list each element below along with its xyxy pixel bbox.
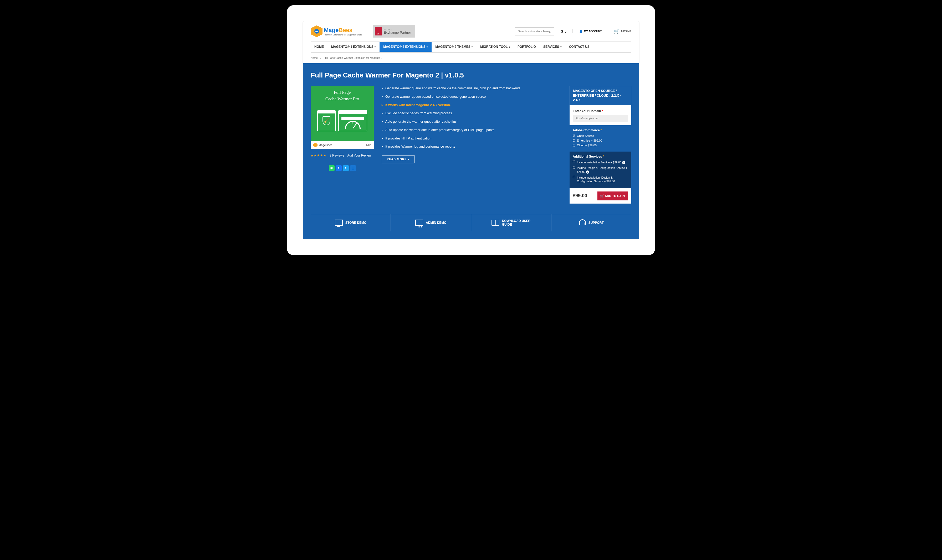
price: $99.00 <box>573 193 587 198</box>
cart-icon: 🛒 <box>600 194 604 198</box>
nav-services[interactable]: SERVICES ▾ <box>540 42 565 52</box>
services-title: Additional Services * <box>573 155 628 158</box>
adobe-icon: A <box>375 27 382 35</box>
search-icon[interactable]: ⌕ <box>549 29 552 34</box>
radio-open-source[interactable]: Open Source <box>573 134 628 137</box>
main-nav: HOME MAGENTO® 1 EXTENSIONS ▾ MAGENTO® 2 … <box>311 42 631 52</box>
chevron-down-icon: ▾ <box>471 46 473 48</box>
breadcrumb: Home ▸ Full Page Cache Warmer Extension … <box>303 52 639 63</box>
whatsapp-icon[interactable]: ✆ <box>329 165 335 171</box>
chevron-down-icon: ⌄ <box>564 29 567 33</box>
twitter-icon[interactable]: t <box>343 165 349 171</box>
partner-label: Exchange Partner <box>384 31 411 34</box>
chevron-down-icon: ▾ <box>374 46 376 48</box>
reviews-count[interactable]: 8 Reviews <box>330 154 344 157</box>
purchase-box: MAGENTO OPEN SOURCE / ENTERPRISE / CLOUD… <box>570 86 631 203</box>
radio-design-service[interactable]: Include Design & Configuration Service +… <box>573 166 628 174</box>
page-title: Full Page Cache Warmer For Magento 2 | v… <box>311 71 631 79</box>
product-img-brand: MageBees <box>319 143 333 146</box>
radio-icon <box>573 166 575 169</box>
m2-badge: M2 <box>366 143 371 147</box>
feature-item: Exclude specific pages from warming proc… <box>382 111 562 116</box>
logo[interactable]: MageBees Premium Extensions for Magento®… <box>311 26 362 37</box>
purchase-header: MAGENTO OPEN SOURCE / ENTERPRISE / CLOUD… <box>570 86 631 105</box>
search-input[interactable] <box>518 30 549 33</box>
logo-icon <box>311 26 322 37</box>
star-rating: ★★★★★ <box>311 154 327 157</box>
browser-icon: • • • <box>338 110 367 131</box>
nav-m2-themes[interactable]: MAGENTO® 2 THEMES ▾ <box>432 42 476 52</box>
product-img-title1: Full Page <box>311 86 374 96</box>
gauge-icon <box>345 121 361 129</box>
shield-icon: 🧹 <box>322 116 330 125</box>
chevron-down-icon: ▾ <box>426 46 428 48</box>
logo-tagline: Premium Extensions for Magento® Store <box>324 34 362 36</box>
chevron-down-icon: ▾ <box>508 46 510 48</box>
support-button[interactable]: SUPPORT <box>552 214 631 231</box>
feature-item: Auto update the warmer queue after produ… <box>382 128 562 133</box>
store-demo-button[interactable]: STORE DEMO <box>311 214 391 231</box>
radio-icon <box>573 144 575 146</box>
feature-item: Generate warmer queue based on selected … <box>382 94 562 99</box>
logo-text-mage: Mage <box>324 27 339 33</box>
window-icon: 🧹 <box>317 110 336 131</box>
radio-icon <box>573 134 575 137</box>
nav-m2-extensions[interactable]: MAGENTO® 2 EXTENSIONS ▾ <box>379 42 432 52</box>
share-icon[interactable]: ⋮ <box>350 165 356 171</box>
chevron-right-icon: ▸ <box>320 57 321 59</box>
add-review-link[interactable]: Add Your Review <box>347 154 371 157</box>
facebook-icon[interactable]: f <box>336 165 342 171</box>
chevron-down-icon: ▾ <box>560 46 562 48</box>
feature-item: Auto generate the warmer queue after cac… <box>382 119 562 124</box>
feature-item: It provides Warmer log and performance r… <box>382 144 562 149</box>
currency-selector[interactable]: $ ⌄ <box>561 29 573 33</box>
radio-icon <box>573 160 575 163</box>
product-img-title2: Cache Warmer Pro <box>311 96 374 102</box>
feature-list: Generate warmer queue and warm cache via… <box>382 86 562 149</box>
nav-portfolio[interactable]: PORTFOLIO <box>514 42 540 52</box>
breadcrumb-current: Full Page Cache Warmer Extension for Mag… <box>324 57 382 59</box>
breadcrumb-home[interactable]: Home <box>311 57 318 59</box>
magebees-icon <box>313 143 318 147</box>
my-account-link[interactable]: 👤 MY ACCOUNT <box>579 30 607 33</box>
nav-m1-extensions[interactable]: MAGENTO® 1 EXTENSIONS ▾ <box>327 42 379 52</box>
presentation-icon <box>415 220 423 226</box>
add-to-cart-button[interactable]: 🛒ADD TO CART <box>597 191 628 200</box>
radio-enterprise[interactable]: Enterprise + $99.00 <box>573 139 628 142</box>
radio-icon <box>573 176 575 178</box>
feature-item-highlight: It works with latest Magento 2.4.7 versi… <box>382 103 562 108</box>
nav-contact[interactable]: CONTACT US <box>565 42 593 52</box>
logo-text-bees: Bees <box>339 27 353 33</box>
admin-demo-button[interactable]: ADMIN DEMO <box>391 214 471 231</box>
radio-cloud[interactable]: Cloud + $99.00 <box>573 144 628 147</box>
nav-migration[interactable]: MIGRATION TOOL ▾ <box>476 42 514 52</box>
header: MageBees Premium Extensions for Magento®… <box>311 21 631 42</box>
cart-link[interactable]: 🛒 0 ITEMS <box>614 28 631 34</box>
account-label: MY ACCOUNT <box>584 30 601 33</box>
nav-home[interactable]: HOME <box>311 42 327 52</box>
domain-input[interactable] <box>573 115 628 122</box>
feature-item: Generate warmer queue and warm cache via… <box>382 86 562 91</box>
commerce-title: Adobe Commerce * <box>573 128 628 132</box>
headset-icon <box>579 219 586 226</box>
cart-count: 0 ITEMS <box>621 30 631 33</box>
partner-tier: BRONZE <box>384 28 411 31</box>
read-more-button[interactable]: READ MORE ▾ <box>382 155 415 163</box>
user-icon: 👤 <box>579 30 583 33</box>
partner-badge: A BRONZE Exchange Partner <box>373 25 415 38</box>
product-image: Full Page Cache Warmer Pro 🧹 • • • MageB… <box>311 86 374 149</box>
info-icon[interactable]: i <box>586 171 589 174</box>
radio-full-service[interactable]: Include Installation, Design & Configura… <box>573 176 628 183</box>
download-guide-button[interactable]: DOWNLOAD USER GUIDE <box>471 214 552 231</box>
radio-install-service[interactable]: Include Installation Service + $39.00 i <box>573 160 628 165</box>
cart-icon: 🛒 <box>614 28 620 34</box>
search-box[interactable]: ⌕ <box>515 27 554 35</box>
book-icon <box>492 220 500 226</box>
domain-label: Enter Your Domain * <box>573 109 603 113</box>
feature-item: It provides HTTP authentication <box>382 136 562 141</box>
info-icon[interactable]: i <box>622 161 625 164</box>
monitor-icon <box>335 220 343 226</box>
radio-icon <box>573 139 575 142</box>
